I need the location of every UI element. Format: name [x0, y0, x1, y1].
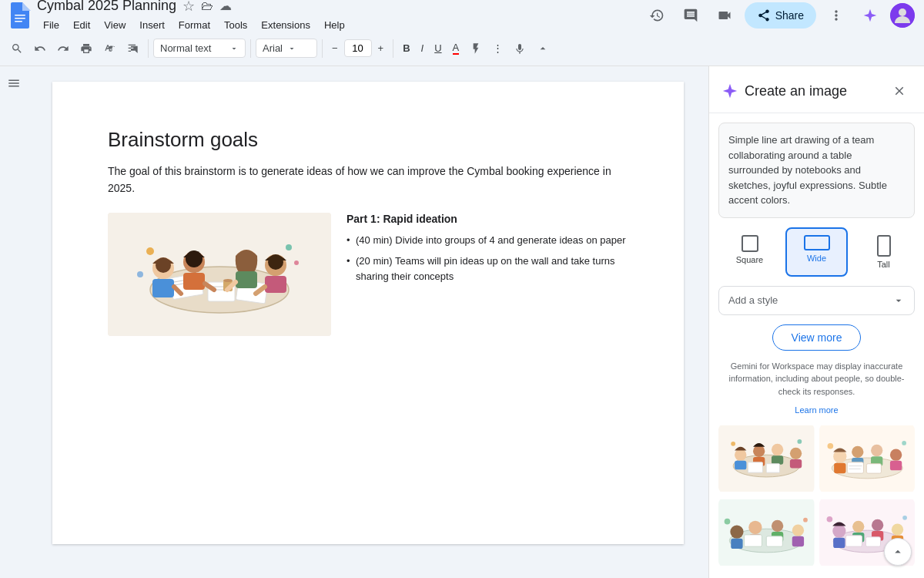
gemini-button[interactable]: [856, 2, 884, 29]
more-format-button[interactable]: ⋮: [488, 36, 507, 61]
part-title: Part 1: Rapid ideation: [346, 213, 628, 225]
svg-rect-46: [766, 464, 779, 472]
sidebar-toggle-button[interactable]: [3, 72, 25, 94]
separator-1: [148, 39, 149, 58]
bold-button[interactable]: B: [398, 36, 414, 61]
svg-point-15: [223, 279, 233, 282]
comments-button[interactable]: [677, 2, 705, 29]
svg-rect-21: [183, 273, 205, 290]
svg-point-69: [748, 521, 762, 534]
cloud-icon[interactable]: ☁: [219, 0, 232, 13]
meet-button[interactable]: [711, 2, 738, 29]
style-dropdown[interactable]: Add a style: [718, 286, 915, 315]
svg-point-28: [286, 244, 292, 250]
font-family-select[interactable]: Arial: [256, 39, 317, 58]
svg-rect-82: [833, 538, 845, 548]
svg-rect-74: [792, 536, 804, 546]
collapse-toolbar-button[interactable]: [532, 36, 554, 61]
folder-icon[interactable]: 🗁: [201, 0, 213, 13]
formatting-toolbar: Normal text Arial − 10 + B I U A ⋮: [0, 31, 924, 66]
font-size-decrease[interactable]: −: [327, 36, 343, 61]
svg-rect-60: [866, 464, 881, 473]
document-title-row: Cymbal 2025 Planning ☆ 🗁 ☁: [37, 0, 643, 15]
voice-button[interactable]: [509, 36, 531, 61]
format-square-button[interactable]: Square: [718, 227, 781, 277]
svg-rect-42: [772, 455, 783, 464]
font-size-increase[interactable]: +: [373, 36, 389, 61]
format-toggle-group: Square Wide Tall: [718, 227, 915, 277]
font-label: Arial: [263, 42, 283, 54]
svg-point-20: [186, 250, 203, 267]
format-wide-button[interactable]: Wide: [785, 227, 848, 277]
image-prompt-text[interactable]: Simple line art drawing of a team collab…: [718, 123, 915, 218]
svg-rect-59: [847, 462, 863, 473]
spellcheck-button[interactable]: [99, 36, 120, 61]
svg-rect-0: [15, 15, 25, 16]
panel-close-button[interactable]: [887, 79, 912, 103]
svg-point-87: [891, 524, 902, 536]
svg-rect-26: [265, 276, 286, 293]
italic-button[interactable]: I: [417, 36, 429, 61]
svg-rect-52: [834, 463, 845, 473]
svg-point-55: [871, 445, 882, 456]
svg-rect-58: [889, 461, 901, 470]
font-size-input[interactable]: 10: [344, 39, 372, 57]
document-right-content: Part 1: Rapid ideation (40 min) Divide i…: [346, 213, 628, 336]
paint-format-button[interactable]: [122, 36, 143, 61]
svg-point-92: [902, 516, 907, 520]
svg-point-53: [852, 446, 863, 458]
disclaimer-text: Gemini for Workspace may display inaccur…: [718, 360, 915, 398]
svg-point-30: [137, 271, 143, 277]
generated-image-2[interactable]: [819, 424, 916, 493]
svg-point-67: [730, 525, 743, 538]
svg-rect-89: [845, 536, 862, 546]
document-heading: Brainstorm goals: [108, 128, 628, 152]
svg-rect-38: [735, 461, 746, 469]
scroll-top-button[interactable]: [884, 538, 912, 566]
star-icon[interactable]: ☆: [182, 0, 195, 15]
wide-icon: [804, 235, 830, 250]
more-options-button[interactable]: [822, 2, 850, 29]
print-button[interactable]: [75, 36, 97, 61]
document-area: Brainstorm goals The goal of this brains…: [28, 66, 708, 578]
paragraph-style-select[interactable]: Normal text: [153, 39, 246, 58]
generated-image-3[interactable]: [718, 498, 815, 566]
user-avatar[interactable]: [890, 3, 915, 28]
underline-button[interactable]: U: [430, 36, 446, 61]
document-title[interactable]: Cymbal 2025 Planning: [37, 0, 176, 14]
view-more-button[interactable]: View more: [772, 324, 862, 351]
square-icon: [742, 235, 758, 252]
tall-label: Tall: [877, 260, 890, 269]
learn-more-link[interactable]: Learn more: [718, 405, 915, 415]
generated-image-1[interactable]: [718, 424, 815, 493]
search-button[interactable]: [6, 36, 28, 61]
history-button[interactable]: [643, 2, 671, 29]
svg-rect-23: [236, 271, 257, 288]
paragraph-style-label: Normal text: [160, 42, 211, 54]
bullet-item-1: (40 min) Divide into groups of 4 and gen…: [346, 233, 628, 249]
format-tall-button[interactable]: Tall: [852, 227, 915, 277]
svg-point-63: [827, 443, 833, 449]
share-label: Share: [775, 9, 804, 22]
font-size-control: − 10 +: [327, 36, 388, 61]
svg-rect-44: [790, 459, 802, 468]
text-color-button[interactable]: A: [448, 36, 464, 61]
svg-rect-1: [15, 18, 25, 19]
separator-3: [322, 39, 323, 58]
document-page[interactable]: Brainstorm goals The goal of this brains…: [52, 82, 684, 544]
svg-point-41: [772, 444, 783, 455]
panel-gemini-icon: [721, 82, 738, 99]
top-right-actions: Share: [643, 2, 915, 29]
redo-button[interactable]: [52, 36, 74, 61]
main-content: Brainstorm goals The goal of this brains…: [0, 66, 924, 578]
share-button[interactable]: Share: [745, 2, 816, 29]
undo-button[interactable]: [29, 36, 51, 61]
left-sidebar: [0, 66, 28, 578]
svg-rect-75: [745, 535, 762, 546]
svg-point-4: [899, 8, 906, 16]
highlight-button[interactable]: [465, 36, 487, 61]
title-section: Cymbal 2025 Planning ☆ 🗁 ☁ File Edit Vie…: [37, 0, 643, 34]
svg-point-81: [832, 524, 845, 537]
svg-point-57: [889, 449, 901, 461]
svg-rect-68: [731, 539, 742, 549]
